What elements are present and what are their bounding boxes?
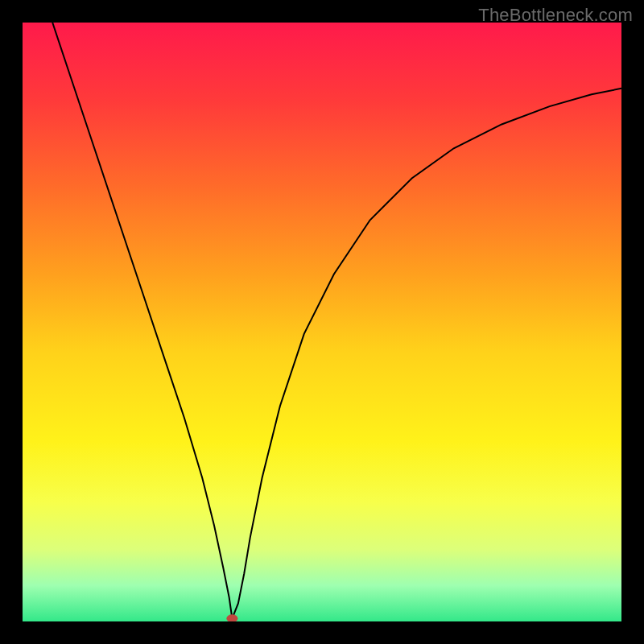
chart-container: TheBottleneck.com [0, 0, 644, 644]
watermark-text: TheBottleneck.com [478, 5, 633, 26]
chart-frame [23, 23, 621, 621]
chart-svg [23, 23, 621, 621]
